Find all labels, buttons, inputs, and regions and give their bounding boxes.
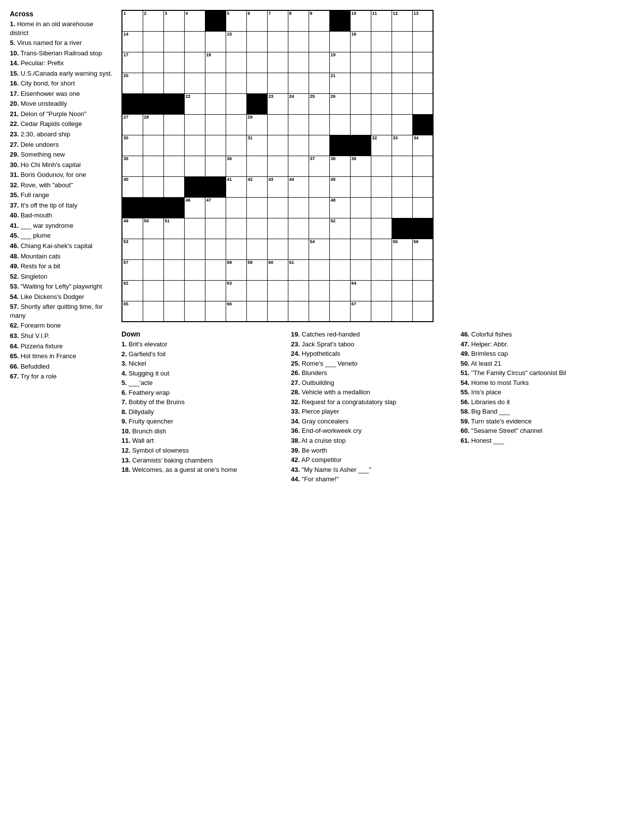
grid-cell-12-6[interactable]: 59: [246, 259, 267, 280]
grid-cell-6-0[interactable]: 30: [122, 135, 143, 156]
grid-cell-1-2[interactable]: [163, 31, 184, 52]
grid-cell-14-14[interactable]: [412, 301, 433, 322]
grid-cell-8-7[interactable]: 43: [267, 176, 288, 197]
grid-cell-9-11[interactable]: [350, 197, 371, 218]
grid-cell-4-11[interactable]: [350, 93, 371, 114]
grid-cell-9-13[interactable]: [392, 197, 412, 218]
grid-cell-3-14[interactable]: [412, 73, 433, 93]
grid-cell-2-9[interactable]: [309, 52, 329, 73]
grid-cell-7-2[interactable]: [163, 156, 184, 176]
grid-cell-0-11[interactable]: 10: [350, 10, 371, 31]
grid-cell-14-5[interactable]: 66: [226, 301, 246, 322]
grid-cell-11-12[interactable]: [371, 239, 392, 259]
grid-cell-11-6[interactable]: [246, 239, 267, 259]
grid-cell-5-12[interactable]: [371, 114, 392, 135]
grid-cell-3-0[interactable]: 20: [122, 73, 143, 93]
grid-cell-10-12[interactable]: [371, 218, 392, 239]
grid-cell-2-11[interactable]: [350, 52, 371, 73]
grid-cell-11-9[interactable]: 54: [309, 239, 329, 259]
grid-cell-4-3[interactable]: 22: [184, 93, 205, 114]
grid-cell-9-7[interactable]: [267, 197, 288, 218]
grid-cell-9-6[interactable]: [246, 197, 267, 218]
grid-cell-10-7[interactable]: [267, 218, 288, 239]
grid-cell-12-12[interactable]: [371, 259, 392, 280]
grid-cell-10-14[interactable]: [412, 218, 433, 239]
grid-cell-1-3[interactable]: [184, 31, 205, 52]
grid-cell-9-9[interactable]: [309, 197, 329, 218]
grid-cell-4-8[interactable]: 24: [288, 93, 309, 114]
grid-cell-0-10[interactable]: [329, 10, 350, 31]
grid-cell-2-0[interactable]: 17: [122, 52, 143, 73]
grid-cell-12-14[interactable]: [412, 259, 433, 280]
grid-cell-9-8[interactable]: [288, 197, 309, 218]
grid-cell-7-5[interactable]: 36: [226, 156, 246, 176]
grid-cell-2-13[interactable]: [392, 52, 412, 73]
grid-cell-0-5[interactable]: 5: [226, 10, 246, 31]
grid-cell-4-14[interactable]: [412, 93, 433, 114]
grid-cell-4-7[interactable]: 23: [267, 93, 288, 114]
grid-cell-12-0[interactable]: 57: [122, 259, 143, 280]
grid-cell-5-9[interactable]: [309, 114, 329, 135]
grid-cell-0-4[interactable]: [205, 10, 226, 31]
grid-cell-9-4[interactable]: 47: [205, 197, 226, 218]
grid-cell-14-11[interactable]: 67: [350, 301, 371, 322]
grid-cell-12-8[interactable]: 61: [288, 259, 309, 280]
grid-cell-2-5[interactable]: [226, 52, 246, 73]
grid-cell-6-2[interactable]: [163, 135, 184, 156]
grid-cell-6-9[interactable]: [309, 135, 329, 156]
grid-cell-1-0[interactable]: 14: [122, 31, 143, 52]
grid-cell-3-1[interactable]: [143, 73, 163, 93]
grid-cell-2-1[interactable]: [143, 52, 163, 73]
grid-cell-2-2[interactable]: [163, 52, 184, 73]
grid-cell-13-4[interactable]: [205, 280, 226, 301]
grid-cell-10-2[interactable]: 51: [163, 218, 184, 239]
grid-cell-10-8[interactable]: [288, 218, 309, 239]
grid-cell-1-14[interactable]: [412, 31, 433, 52]
grid-cell-8-14[interactable]: [412, 176, 433, 197]
grid-cell-3-13[interactable]: [392, 73, 412, 93]
grid-cell-5-2[interactable]: [163, 114, 184, 135]
grid-cell-3-6[interactable]: [246, 73, 267, 93]
grid-cell-5-0[interactable]: 27: [122, 114, 143, 135]
grid-cell-6-1[interactable]: [143, 135, 163, 156]
grid-cell-11-14[interactable]: 56: [412, 239, 433, 259]
grid-cell-3-8[interactable]: [288, 73, 309, 93]
grid-cell-6-13[interactable]: 33: [392, 135, 412, 156]
grid-cell-5-6[interactable]: 29: [246, 114, 267, 135]
grid-cell-11-4[interactable]: [205, 239, 226, 259]
grid-cell-6-10[interactable]: [329, 135, 350, 156]
grid-cell-14-2[interactable]: [163, 301, 184, 322]
grid-cell-5-11[interactable]: [350, 114, 371, 135]
grid-cell-7-7[interactable]: [267, 156, 288, 176]
grid-cell-10-10[interactable]: 52: [329, 218, 350, 239]
grid-cell-14-8[interactable]: [288, 301, 309, 322]
grid-cell-1-12[interactable]: [371, 31, 392, 52]
grid-cell-6-8[interactable]: [288, 135, 309, 156]
grid-cell-3-9[interactable]: [309, 73, 329, 93]
grid-cell-13-5[interactable]: 63: [226, 280, 246, 301]
grid-cell-12-1[interactable]: [143, 259, 163, 280]
grid-cell-3-3[interactable]: [184, 73, 205, 93]
grid-cell-8-0[interactable]: 40: [122, 176, 143, 197]
grid-cell-14-12[interactable]: [371, 301, 392, 322]
grid-cell-8-6[interactable]: 42: [246, 176, 267, 197]
grid-cell-7-11[interactable]: 39: [350, 156, 371, 176]
grid-cell-13-1[interactable]: [143, 280, 163, 301]
grid-cell-2-12[interactable]: [371, 52, 392, 73]
grid-cell-5-13[interactable]: [392, 114, 412, 135]
grid-cell-2-14[interactable]: [412, 52, 433, 73]
grid-cell-14-1[interactable]: [143, 301, 163, 322]
grid-cell-5-10[interactable]: [329, 114, 350, 135]
grid-cell-4-10[interactable]: 26: [329, 93, 350, 114]
grid-cell-7-13[interactable]: [392, 156, 412, 176]
grid-cell-5-14[interactable]: [412, 114, 433, 135]
grid-cell-10-3[interactable]: [184, 218, 205, 239]
grid-cell-7-8[interactable]: [288, 156, 309, 176]
grid-cell-8-8[interactable]: 44: [288, 176, 309, 197]
grid-cell-0-13[interactable]: 12: [392, 10, 412, 31]
grid-cell-1-8[interactable]: [288, 31, 309, 52]
grid-cell-2-8[interactable]: [288, 52, 309, 73]
grid-cell-11-13[interactable]: 55: [392, 239, 412, 259]
grid-cell-1-1[interactable]: [143, 31, 163, 52]
grid-cell-8-11[interactable]: [350, 176, 371, 197]
